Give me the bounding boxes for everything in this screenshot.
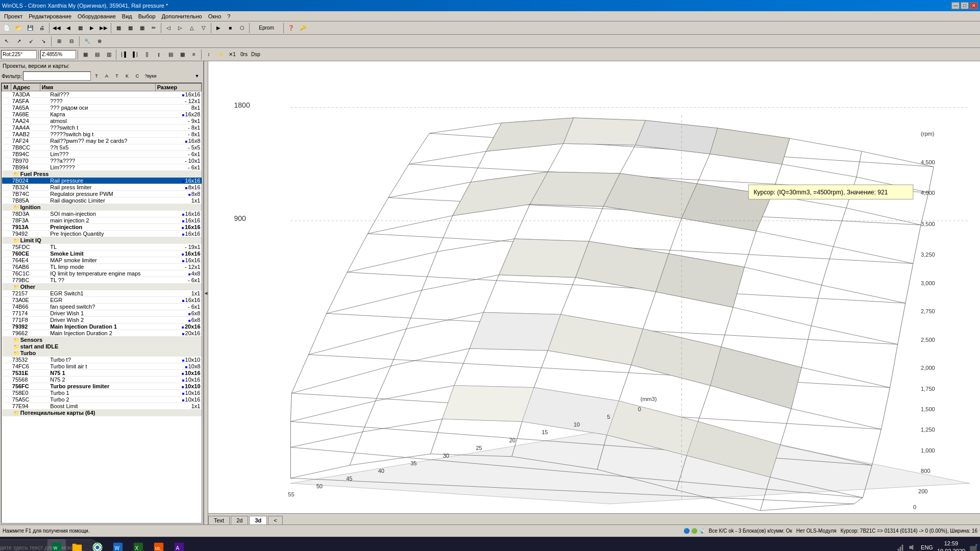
tb-b6[interactable]: ▷ — [175, 22, 186, 34]
table-row[interactable]: 78D3A SOI main-injection ■16x16 — [2, 211, 202, 217]
tb-b2[interactable]: ▦ — [125, 22, 136, 34]
tb-b7[interactable]: △ — [186, 22, 198, 34]
table-row[interactable]: 7B85A Rail diagnostic Limiter 1x1 — [2, 197, 202, 204]
menu-select[interactable]: Выбор — [135, 12, 159, 20]
table-row[interactable]: 7AA24 atmosl - 9x1 — [2, 118, 202, 124]
taskbar-word[interactable]: W — [109, 539, 127, 552]
table-row[interactable]: 📁start and IDLE — [2, 343, 202, 350]
rot-input[interactable] — [1, 50, 37, 59]
table-row[interactable]: 7AA4A ???switch t - 8x1 — [2, 124, 202, 131]
table-row[interactable]: 78F3A main injection 2 ■16x16 — [2, 217, 202, 224]
tb2-b1[interactable]: ↖ — [1, 36, 12, 47]
tb-b5[interactable]: ◁ — [163, 22, 174, 34]
table-row[interactable]: 7B74C Regulator pressure PWM ■8x8 — [2, 191, 202, 197]
table-row[interactable]: 771F8 Driver Wish 2 ■6x8 — [2, 317, 202, 323]
table-row[interactable]: 79662 Main Injection Duration 2 ■20x16 — [2, 330, 202, 337]
menu-help[interactable]: ? — [224, 12, 233, 20]
zoom-input[interactable] — [40, 50, 76, 59]
maximize-button[interactable]: □ — [961, 2, 969, 9]
filter-btn-C[interactable]: C — [133, 71, 142, 81]
table-row[interactable]: 758E0 Turbo 1 ■10x16 — [2, 390, 202, 396]
tb3-b9[interactable]: ▩ — [177, 49, 188, 60]
collapse-arrow[interactable]: ◄ — [204, 290, 209, 296]
filter-btn-T2[interactable]: T — [112, 71, 121, 81]
tb-new[interactable]: 📄 — [1, 22, 12, 34]
menu-equipment[interactable]: Оборудование — [75, 12, 119, 20]
table-row[interactable]: 7B8CC ??t 5x5 - 5x5 — [2, 144, 202, 151]
minimize-button[interactable]: — — [951, 2, 960, 9]
table-row[interactable]: 74B66 fan speed switch? - 6x1 — [2, 304, 202, 310]
table-row[interactable]: 73532 Turbo t? ■10x10 — [2, 357, 202, 363]
table-row[interactable]: 7913A Preinjection ■16x16 — [2, 224, 202, 231]
menu-view[interactable]: Вид — [119, 12, 135, 20]
menu-window[interactable]: Окно — [205, 12, 225, 20]
tb-next[interactable]: ▶▶ — [98, 22, 109, 34]
tb3-b6[interactable]: || — [141, 49, 153, 60]
tb2-b5[interactable]: ⊞ — [54, 36, 65, 47]
table-row[interactable]: 7A68E Карта ■16x28 — [2, 111, 202, 118]
close-button[interactable]: ✕ — [970, 2, 978, 9]
table-row[interactable]: 📁Limit IQ — [2, 237, 202, 244]
menu-project[interactable]: Проект — [1, 12, 26, 20]
tb2-b4[interactable]: ↘ — [38, 36, 49, 47]
table-row[interactable]: 7B994 Lim????? - 6x1 — [2, 164, 202, 171]
table-row[interactable]: 760CE Smoke Limit ■16x16 — [2, 251, 202, 257]
table-row[interactable]: 764E4 MAP smoke limiter ■16x16 — [2, 257, 202, 264]
tb3-b12[interactable]: ⚡ — [215, 49, 226, 60]
table-row[interactable]: 📁Sensors — [2, 337, 202, 343]
table-row[interactable]: 779BC TL ?? - 6x1 — [2, 277, 202, 284]
tb-b4[interactable]: ✏ — [148, 22, 159, 34]
table-row[interactable]: 7A65A ??? рядом оси 8x1 — [2, 105, 202, 111]
table-row[interactable]: 756FC Turbo pressure limiter ■10x10 — [2, 383, 202, 390]
table-row[interactable]: 📁Потенциальные карты (64) — [2, 410, 202, 416]
table-row[interactable]: 7B024 Rail pressure ■16x16 — [2, 178, 202, 184]
taskbar-chrome[interactable] — [88, 539, 107, 552]
table-row[interactable]: 📁Fuel Press — [2, 171, 202, 178]
tb-stop[interactable]: ■ — [225, 22, 236, 34]
tb3-b10[interactable]: ≡ — [188, 49, 200, 60]
tb2-b3[interactable]: ↙ — [26, 36, 37, 47]
filter-btn-A[interactable]: A — [102, 71, 111, 81]
tb3-b2[interactable]: ▤ — [91, 49, 103, 60]
tb-save[interactable]: 💾 — [24, 22, 36, 34]
menu-edit[interactable]: Редактирование — [26, 12, 75, 20]
tb3-b14[interactable]: 0rs — [238, 49, 250, 60]
tb3-b11[interactable]: ↕ — [203, 49, 214, 60]
table-row[interactable]: 75568 N75 2 ■10x16 — [2, 377, 202, 383]
taskbar-matlab[interactable]: ML — [150, 539, 168, 552]
table-row[interactable]: 73A0E EGR ■16x16 — [2, 297, 202, 304]
tab-collapse[interactable]: < — [268, 516, 282, 524]
table-row[interactable]: 79492 Pre Injection Quantity ■16x16 — [2, 231, 202, 237]
taskbar-search[interactable] — [27, 539, 45, 552]
table-row[interactable]: 75A5C Turbo 2 ■10x16 — [2, 396, 202, 403]
tb-forward[interactable]: ▶ — [86, 22, 97, 34]
taskbar-winols[interactable]: W — [47, 539, 66, 552]
tb-eprom[interactable]: Eprom — [251, 22, 282, 34]
table-row[interactable]: 77E94 Boost Limit 1x1 — [2, 403, 202, 410]
tb-b10[interactable]: ❓ — [285, 22, 297, 34]
filter-btn-zvuki[interactable]: ?вуки — [143, 71, 158, 81]
tb3-b3[interactable]: ▥ — [103, 49, 114, 60]
table-row[interactable]: 7B970 ???а???? - 10x1 — [2, 158, 202, 164]
tb-b9[interactable]: ⬡ — [236, 22, 248, 34]
tree-container[interactable]: М Адрес Имя Размер 7A3DA Rail??? ■16x16 … — [1, 83, 202, 523]
language-indicator[interactable]: ENG — [921, 544, 933, 550]
table-row[interactable]: 7A3DA Rail??? ■16x16 — [2, 91, 202, 98]
table-row[interactable]: 7AF24 Rail??pwm?? may be 2 cards? ■16x8 — [2, 138, 202, 144]
tb-prev[interactable]: ◀◀ — [51, 22, 62, 34]
tb2-b6[interactable]: ⊟ — [66, 36, 77, 47]
tb-back[interactable]: ◀ — [63, 22, 74, 34]
table-row[interactable]: 7531E N75 1 ■10x16 — [2, 370, 202, 377]
tb-open[interactable]: 📂 — [13, 22, 24, 34]
menu-extra[interactable]: Дополнительно — [159, 12, 205, 20]
filter-expand[interactable]: ▼ — [192, 71, 202, 81]
tb3-b5[interactable]: ▌| — [130, 49, 141, 60]
table-row[interactable]: 76C1C IQ limit by temperature engine map… — [2, 270, 202, 277]
table-row[interactable]: 7A5FA ???? - 12x1 — [2, 98, 202, 105]
tb3-b15[interactable]: Dsp — [250, 49, 261, 60]
table-row[interactable]: 7B324 Rail press limiter ■8x16 — [2, 184, 202, 191]
tb2-b2[interactable]: ↗ — [13, 36, 24, 47]
table-row[interactable]: 77174 Driver Wish 1 ■6x8 — [2, 310, 202, 317]
table-row[interactable]: 📁Ignition — [2, 204, 202, 211]
panel-resize-handle[interactable]: ◄ — [204, 61, 208, 524]
